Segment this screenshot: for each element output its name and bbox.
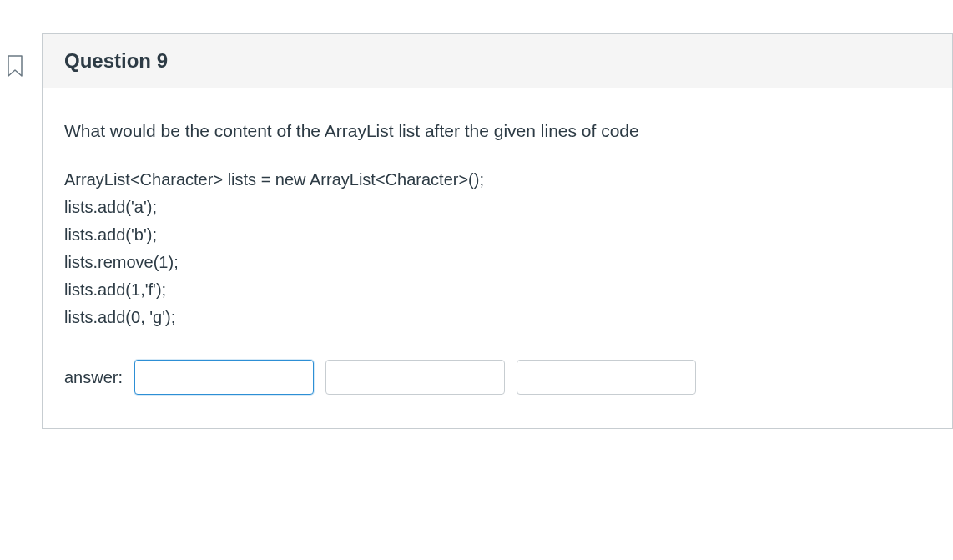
question-header: Question 9 xyxy=(43,34,952,88)
question-prompt: What would be the content of the ArrayLi… xyxy=(64,119,930,143)
code-line: lists.remove(1); xyxy=(64,249,930,276)
answer-label: answer: xyxy=(64,368,123,387)
code-line: lists.add(0, 'g'); xyxy=(64,304,930,331)
question-title: Question 9 xyxy=(64,49,930,73)
code-line: lists.add('b'); xyxy=(64,221,930,249)
question-body: What would be the content of the ArrayLi… xyxy=(43,88,952,428)
code-line: lists.add(1,'f'); xyxy=(64,276,930,304)
code-line: ArrayList<Character> lists = new ArrayLi… xyxy=(64,166,930,194)
code-line: lists.add('a'); xyxy=(64,194,930,221)
answer-input-1[interactable] xyxy=(134,360,314,395)
answer-row: answer: xyxy=(64,360,930,395)
question-card: Question 9 What would be the content of … xyxy=(42,33,953,429)
code-block: ArrayList<Character> lists = new ArrayLi… xyxy=(64,166,930,331)
answer-input-2[interactable] xyxy=(325,360,505,395)
answer-input-3[interactable] xyxy=(517,360,696,395)
bookmark-icon[interactable] xyxy=(5,54,25,78)
